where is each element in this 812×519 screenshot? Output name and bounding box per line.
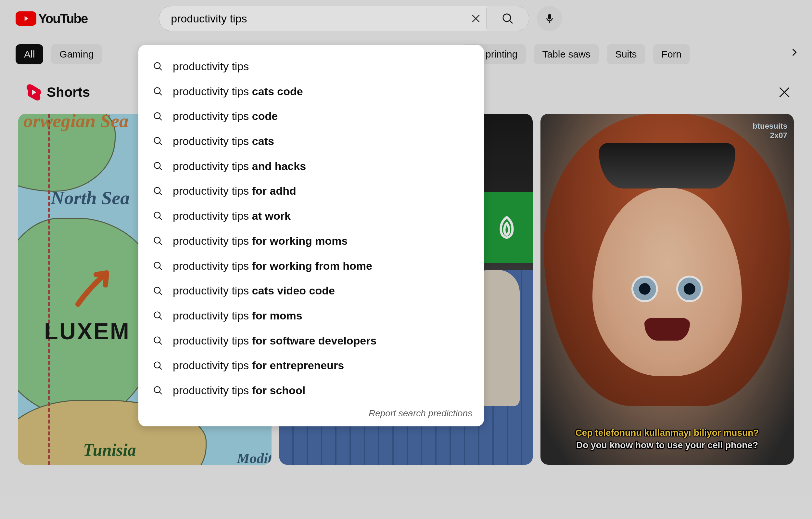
svg-line-3 [510, 21, 513, 23]
search-box [159, 6, 529, 31]
svg-point-7 [154, 63, 161, 69]
svg-point-27 [154, 312, 161, 318]
search-icon [153, 186, 163, 196]
svg-line-28 [160, 317, 162, 320]
map-label-north-sea: North Sea [51, 189, 129, 207]
svg-rect-4 [549, 22, 550, 23]
svg-line-34 [160, 392, 162, 394]
store-logo-icon [481, 192, 533, 263]
search-suggestion[interactable]: productivity tips code [138, 104, 484, 129]
map-label-country: LUXEM [44, 319, 130, 345]
suggestion-completion-text: cats code [252, 85, 303, 98]
suggestion-completion-text: for working from home [252, 260, 372, 272]
youtube-logo[interactable]: YouTube [16, 11, 87, 26]
search-suggestion[interactable]: productivity tips for entrepreneurs [138, 353, 484, 378]
suggestion-base-text: productivity tips [173, 110, 252, 122]
search-icon [153, 61, 163, 72]
search-suggestion[interactable]: productivity tips [138, 54, 484, 79]
svg-line-18 [160, 192, 162, 195]
search-icon [153, 136, 163, 146]
search-icon [153, 310, 163, 321]
suggestion-base-text: productivity tips [173, 210, 252, 222]
suggestion-completion-text: at work [252, 210, 291, 222]
suggestion-completion-text: cats video code [252, 284, 335, 297]
svg-line-8 [160, 68, 162, 70]
suggestion-base-text: productivity tips [173, 185, 252, 197]
search-icon [153, 261, 163, 271]
search-suggestion[interactable]: productivity tips for school [138, 378, 484, 403]
sunglasses-icon [599, 143, 735, 189]
search-icon [153, 211, 163, 221]
svg-point-33 [154, 387, 161, 393]
youtube-play-icon [16, 11, 36, 26]
subtitle-overlay: Cep telefonunu kullanmayı biliyor musun?… [541, 428, 794, 450]
suggestion-base-text: productivity tips [173, 260, 252, 272]
search-suggestions-dropdown: productivity tipsproductivity tips cats … [138, 45, 484, 427]
episode-badge: btuesuits 2x07 [753, 121, 787, 140]
youtube-wordmark: YouTube [38, 11, 87, 26]
suggestion-base-text: productivity tips [173, 384, 252, 397]
svg-line-32 [160, 367, 162, 369]
search-icon [153, 335, 163, 346]
suggestion-completion-text: for school [252, 384, 305, 397]
search-icon [153, 286, 163, 296]
suggestion-base-text: productivity tips [173, 60, 249, 73]
search-suggestion[interactable]: productivity tips for adhd [138, 179, 484, 203]
search-icon [153, 161, 163, 171]
svg-line-26 [160, 292, 162, 295]
suggestion-base-text: productivity tips [173, 359, 252, 372]
suggestion-completion-text: code [252, 110, 278, 122]
suggestion-completion-text: cats [252, 135, 274, 147]
svg-line-16 [160, 168, 162, 170]
chip-truncated[interactable]: Forn [653, 44, 690, 64]
chip-gaming[interactable]: Gaming [51, 44, 102, 64]
search-suggestion[interactable]: productivity tips for moms [138, 303, 484, 328]
suggestion-base-text: productivity tips [173, 160, 252, 172]
suggestion-completion-text: for entrepreneurs [252, 359, 344, 372]
svg-point-31 [154, 362, 161, 368]
chip-suits[interactable]: Suits [607, 44, 645, 64]
map-arrow-icon [70, 260, 122, 312]
search-suggestion[interactable]: productivity tips for working from home [138, 253, 484, 278]
map-label-sea: orwegian Sea [23, 114, 128, 130]
shorts-card[interactable]: btuesuits 2x07 Cep telefonunu kullanmayı… [541, 114, 794, 465]
suggestion-base-text: productivity tips [173, 235, 252, 247]
svg-line-10 [160, 93, 162, 95]
svg-point-15 [154, 163, 161, 169]
suggestion-base-text: productivity tips [173, 284, 252, 297]
shorts-dismiss-button[interactable] [776, 84, 792, 101]
shorts-icon [26, 84, 41, 101]
map-label-mediterranean: Moditor [237, 450, 271, 465]
search-suggestion[interactable]: productivity tips for working moms [138, 228, 484, 253]
shorts-title: Shorts [47, 84, 90, 100]
chip-all[interactable]: All [16, 44, 43, 64]
chips-scroll-right-button[interactable] [783, 41, 806, 64]
report-predictions-link[interactable]: Report search predictions [138, 403, 484, 420]
map-label-tunisia: Tunisia [83, 440, 136, 460]
search-input[interactable] [159, 6, 465, 31]
suggestion-completion-text: for adhd [252, 185, 296, 197]
suggestion-base-text: productivity tips [173, 309, 252, 322]
suggestion-completion-text: and hacks [252, 160, 306, 172]
svg-point-19 [154, 212, 161, 218]
voice-search-button[interactable] [537, 6, 562, 31]
svg-line-14 [160, 143, 162, 145]
suggestion-base-text: productivity tips [173, 135, 252, 147]
search-button[interactable] [487, 6, 529, 31]
chip-table-saws[interactable]: Table saws [534, 44, 599, 64]
search-suggestion[interactable]: productivity tips and hacks [138, 154, 484, 179]
search-suggestion[interactable]: productivity tips cats video code [138, 278, 484, 303]
svg-point-29 [154, 337, 161, 343]
search-suggestion[interactable]: productivity tips at work [138, 203, 484, 228]
search-icon [153, 111, 163, 121]
search-suggestion[interactable]: productivity tips cats code [138, 79, 484, 104]
search-suggestion[interactable]: productivity tips for software developer… [138, 328, 484, 353]
svg-point-21 [154, 237, 161, 243]
svg-line-30 [160, 342, 162, 345]
search-suggestion[interactable]: productivity tips cats [138, 129, 484, 154]
search-icon [153, 385, 163, 395]
svg-line-24 [160, 268, 162, 270]
clear-search-button[interactable] [465, 8, 486, 29]
suggestion-completion-text: for software developers [252, 334, 377, 347]
svg-point-9 [154, 88, 161, 94]
